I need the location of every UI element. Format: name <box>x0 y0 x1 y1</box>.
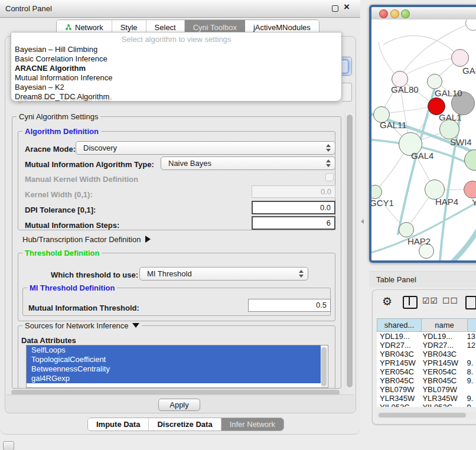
cell: YDR27... <box>377 341 419 350</box>
aracne-mode-combobox[interactable]: Discovery <box>76 141 335 155</box>
column-header-shared-name[interactable]: shared... <box>377 318 422 332</box>
select-all-checks-icon[interactable]: ☑☑ <box>422 296 438 305</box>
float-window-icon[interactable] <box>332 5 338 12</box>
apply-button[interactable]: Apply <box>158 399 200 411</box>
minimize-traffic-light[interactable] <box>390 9 399 18</box>
table-row[interactable]: YBR043CYBR043C <box>377 350 476 358</box>
collapse-down-icon <box>132 323 139 328</box>
attribute-item[interactable]: BetweennessCentrality <box>27 364 321 374</box>
table-row[interactable]: YLR345WYLR345W9. <box>377 394 476 403</box>
algorithm-option[interactable]: Mutual Information Inference <box>15 73 112 83</box>
manual-kernel-checkbox[interactable] <box>325 173 334 181</box>
network-node-gal10[interactable] <box>427 74 442 89</box>
table-row[interactable]: YBL079WYBL079W <box>377 385 476 394</box>
splitter-handle[interactable] <box>361 219 364 224</box>
which-threshold-label: Which threshold to use: <box>51 270 138 279</box>
document-icon[interactable] <box>465 296 476 309</box>
table-body[interactable]: YDL19...YDL19...13 YDR27...YDR27...12 YB… <box>377 332 476 407</box>
attribute-item[interactable]: TopologicalCoefficient <box>27 355 321 364</box>
table-row[interactable]: YPR145WYPR145W9. <box>377 358 476 367</box>
algorithm-prompt: Select algorithm to view settings <box>11 35 341 44</box>
manual-kernel-label: Manual Kernel Width Definition <box>25 175 138 184</box>
network-node-swi4[interactable] <box>439 119 459 139</box>
settings-vertical-scrollbar[interactable] <box>345 113 353 389</box>
tab-network-label: Network <box>75 23 103 32</box>
kernel-width-field[interactable]: 0.0 <box>252 185 335 198</box>
cell: YBL079W <box>377 385 419 394</box>
tab-jactivemnodules-label: jActiveMNodules <box>253 23 311 32</box>
cell: 12 <box>464 341 476 350</box>
tab-impute-data[interactable]: Impute Data <box>88 418 149 431</box>
attributes-scrollbar[interactable] <box>321 346 327 388</box>
close-traffic-light[interactable] <box>379 9 388 18</box>
algorithm-option[interactable]: Bayesian – K2 <box>15 83 64 92</box>
table-row[interactable]: YER054CYER054C8. <box>377 367 476 376</box>
which-threshold-combobox[interactable]: MI Threshold <box>139 267 308 281</box>
algorithm-option[interactable]: Basic Correlation Inference <box>15 54 107 64</box>
close-icon[interactable]: × <box>344 3 350 11</box>
table-row[interactable]: YIL052CYIL052C9 <box>377 403 476 407</box>
algorithm-option-selected[interactable]: ARACNE Algorithm <box>15 64 86 73</box>
cyni-bottom-tabbar: Impute Data Discretize Data Infer Networ… <box>87 418 284 431</box>
deselect-all-checks-icon[interactable]: ☐☐ <box>442 296 458 305</box>
dpi-tolerance-label: DPI Tolerance [0,1]: <box>25 206 96 214</box>
mi-threshold-group-title: MI Threshold Definition <box>27 284 117 292</box>
node-label: SWI4 <box>450 137 472 147</box>
sources-toggle[interactable]: Sources for Network Inference <box>22 322 142 330</box>
tab-cyni-toolbox-label: Cyni Toolbox <box>193 23 237 32</box>
algorithm-dropdown-popup: Select algorithm to view settings Bayesi… <box>11 32 342 102</box>
table-row[interactable]: YBR045CYBR045C9. <box>377 376 476 385</box>
network-node-hap2[interactable] <box>399 222 414 237</box>
cell: YBR043C <box>419 350 464 358</box>
cell: YBR045C <box>377 376 419 385</box>
cell: YDR27... <box>419 341 464 350</box>
cell: YER054C <box>419 367 464 376</box>
dpi-tolerance-field[interactable]: 0.0 <box>252 201 335 214</box>
column-header-name[interactable]: name <box>422 318 468 332</box>
network-view-window: GAL GAL80 GAL10 GAL1 GAL11 SWI4 GAL4 GCY… <box>369 5 476 263</box>
which-threshold-value: MI Threshold <box>140 269 295 278</box>
screen: Control Panel × Network Style Select Cy <box>0 0 476 450</box>
mi-steps-field[interactable]: 6 <box>252 216 335 230</box>
node-label: HAP4 <box>435 197 458 207</box>
control-panel-window: Control Panel × Network Style Select Cy <box>0 0 360 435</box>
mi-type-combobox[interactable]: Naive Bayes <box>161 156 335 170</box>
node-label: GAL1 <box>439 112 461 122</box>
attribute-item[interactable]: gal4RGexp <box>27 374 321 383</box>
network-window-titlebar <box>371 7 476 20</box>
zoom-traffic-light[interactable] <box>401 9 410 18</box>
stepper-arrows-icon <box>322 159 335 167</box>
hub-definition-toggle[interactable]: Hub/Transcription Factor Definition <box>22 235 151 244</box>
collapse-panel-button[interactable] <box>3 441 14 450</box>
column-header-partial[interactable] <box>468 318 476 332</box>
cell <box>464 350 476 358</box>
table-settings-gear-icon[interactable]: ⚙ <box>382 296 392 308</box>
mi-threshold-field[interactable]: 0.5 <box>248 299 331 312</box>
background-combobox-text: gal-interac...sif default node <box>18 94 112 103</box>
cell: 9. <box>464 376 476 385</box>
tab-infer-network[interactable]: Infer Network <box>221 418 283 431</box>
cyni-algorithm-settings-title: Cyni Algorithm Settings <box>17 113 100 120</box>
cell: YPR145W <box>377 358 419 367</box>
hidden-combobox-fragment <box>343 83 352 102</box>
tab-discretize-data[interactable]: Discretize Data <box>149 418 221 431</box>
attribute-item[interactable]: SelfLoops <box>27 345 321 355</box>
data-attributes-list: SelfLoops TopologicalCoefficient Between… <box>26 345 328 388</box>
table-horizontal-scrollbar[interactable] <box>377 412 476 419</box>
node-label: GAL11 <box>380 120 407 130</box>
collapse-right-icon <box>145 236 151 243</box>
stepper-arrows-icon <box>295 270 308 278</box>
network-node-gal-partial[interactable] <box>451 49 469 67</box>
cell: YBL079W <box>419 385 464 394</box>
cell <box>464 385 476 394</box>
node-label: GAL4 <box>411 151 433 161</box>
table-row[interactable]: YDR27...YDR27...12 <box>377 341 476 350</box>
algorithm-definition-title: Algorithm Definition <box>22 128 101 135</box>
network-canvas[interactable]: GAL GAL80 GAL10 GAL1 GAL11 SWI4 GAL4 GCY… <box>371 19 476 260</box>
table-row[interactable]: YDL19...YDL19...13 <box>377 332 476 341</box>
cell: 9 <box>464 403 476 407</box>
algorithm-option[interactable]: Bayesian – Hill Climbing <box>15 45 97 54</box>
cell: 9. <box>464 358 476 367</box>
table-panel-card: ⚙ ☑☑ ☐☐ shared... name YDL19...YDL19...1… <box>372 289 476 425</box>
split-columns-icon[interactable] <box>403 296 418 309</box>
